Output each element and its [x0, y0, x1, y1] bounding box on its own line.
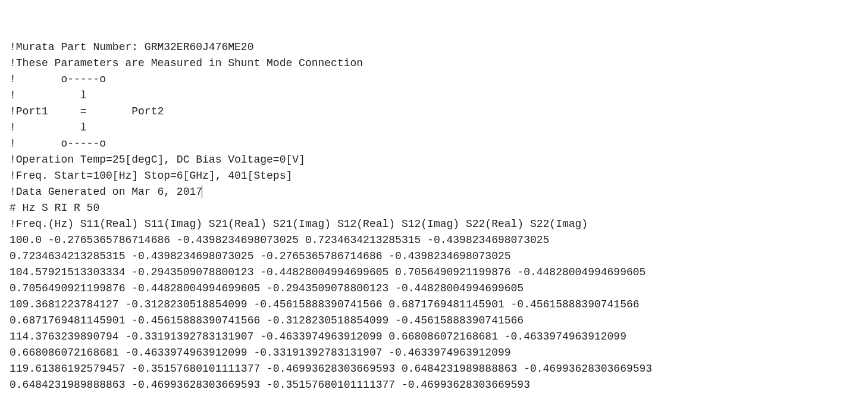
data-line: 0.7234634213285315 -0.4398234698073025 -…	[10, 250, 511, 262]
measurement-mode-line: !These Parameters are Measured in Shunt …	[10, 57, 363, 69]
ascii-art-line-3: !Port1 = Port2	[10, 105, 164, 117]
ascii-art-line-5: ! o-----o	[10, 138, 106, 150]
ascii-art-line-2: ! l	[10, 89, 87, 101]
data-line: 0.7056490921199876 -0.44828004994699605 …	[10, 282, 524, 294]
touchstone-file-content: !Murata Part Number: GRM32ER60J476ME20 !…	[10, 39, 858, 393]
column-header-line: !Freq.(Hz) S11(Real) S11(Imag) S21(Real)…	[10, 218, 588, 230]
data-generated-line: !Data Generated on Mar 6, 2017	[10, 186, 202, 198]
data-line: 0.6484231989888863 -0.46993628303669593 …	[10, 379, 530, 391]
option-line: # Hz S RI R 50	[10, 202, 99, 214]
data-line: 0.6871769481145901 -0.45615888390741566 …	[10, 315, 524, 326]
data-line: 109.3681223784127 -0.3128230518854099 -0…	[10, 298, 640, 310]
text-caret-icon	[202, 185, 202, 198]
operation-conditions-line: !Operation Temp=25[degC], DC Bias Voltag…	[10, 154, 305, 166]
data-line: 104.57921513303334 -0.2943509078800123 -…	[10, 266, 645, 278]
data-line: 0.668086072168681 -0.4633974963912099 -0…	[10, 347, 511, 359]
data-line: 114.3763239890794 -0.33191392783131907 -…	[10, 331, 626, 342]
data-line: 100.0 -0.2765365786714686 -0.43982346980…	[10, 234, 549, 246]
ascii-art-line-4: ! l	[10, 122, 87, 133]
part-number-line: !Murata Part Number: GRM32ER60J476ME20	[10, 41, 253, 53]
ascii-art-line-1: ! o-----o	[10, 73, 106, 85]
data-line: 119.61386192579457 -0.35157680101111377 …	[10, 363, 652, 375]
frequency-range-line: !Freq. Start=100[Hz] Stop=6[GHz], 401[St…	[10, 170, 292, 182]
